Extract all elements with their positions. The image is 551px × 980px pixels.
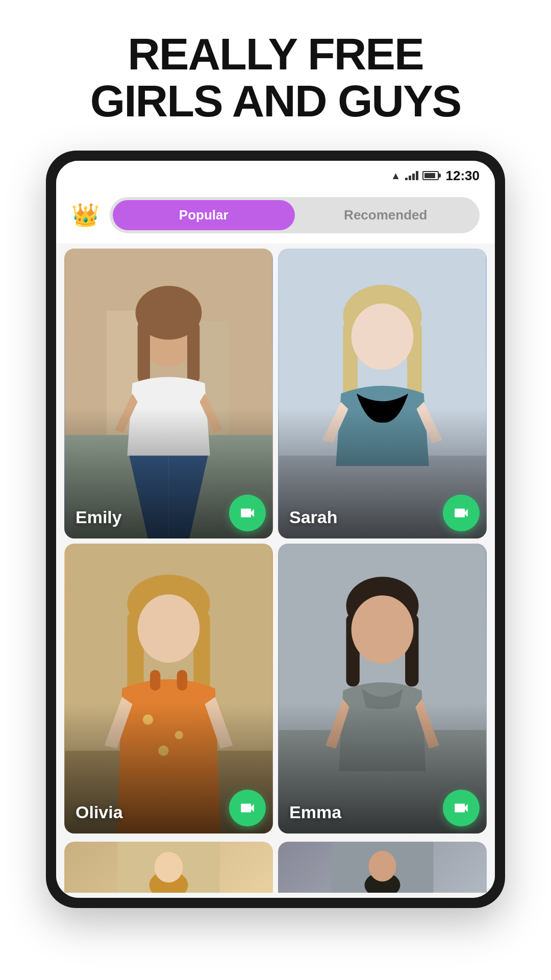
app-header: 👑 Popular Recomended (56, 188, 495, 243)
profile-card-emma[interactable]: Emma (278, 544, 487, 834)
svg-point-36 (369, 851, 396, 881)
signal-icon (405, 171, 418, 180)
card-name-emily: Emily (76, 507, 122, 527)
svg-rect-24 (177, 670, 187, 691)
profile-card-sarah[interactable]: Sarah (278, 249, 487, 538)
wifi-icon: ▲ (391, 170, 401, 182)
profile-card-partial-2[interactable] (278, 842, 487, 893)
profile-card-partial-1[interactable] (64, 842, 273, 893)
phone-mockup: ▲ 12:30 👑 Popular Recomended (46, 151, 505, 908)
tab-popular[interactable]: Popular (113, 200, 295, 230)
profiles-grid-partial (56, 842, 495, 898)
card-name-emma: Emma (289, 802, 341, 822)
video-call-emily[interactable] (229, 495, 266, 531)
status-icons: ▲ 12:30 (391, 168, 480, 184)
status-time: 12:30 (446, 168, 480, 184)
battery-icon (422, 171, 439, 180)
svg-rect-23 (150, 670, 160, 691)
svg-point-13 (352, 303, 414, 370)
headline-line1: REALLY FREE (128, 29, 423, 79)
headline-line2: GIRLS AND GUYS (90, 76, 461, 126)
video-call-emma[interactable] (443, 790, 480, 826)
card-name-olivia: Olivia (76, 802, 123, 822)
profile-card-emily[interactable]: Emily (64, 249, 273, 538)
video-call-sarah[interactable] (443, 495, 480, 531)
svg-point-19 (138, 594, 200, 663)
svg-rect-6 (138, 321, 150, 383)
profile-card-olivia[interactable]: Olivia (64, 544, 273, 834)
svg-point-30 (352, 595, 414, 664)
card-name-sarah: Sarah (289, 507, 338, 527)
app-headline: REALLY FREE GIRLS AND GUYS (70, 31, 482, 125)
tab-recommended[interactable]: Recomended (295, 200, 477, 230)
profiles-grid: Emily (56, 243, 495, 842)
video-call-olivia[interactable] (229, 790, 266, 826)
crown-icon: 👑 (71, 204, 99, 226)
phone-inner: ▲ 12:30 👑 Popular Recomended (56, 161, 495, 898)
status-bar: ▲ 12:30 (56, 161, 495, 188)
tab-switcher: Popular Recomended (110, 197, 480, 233)
svg-point-33 (155, 852, 183, 883)
svg-rect-7 (187, 321, 199, 383)
